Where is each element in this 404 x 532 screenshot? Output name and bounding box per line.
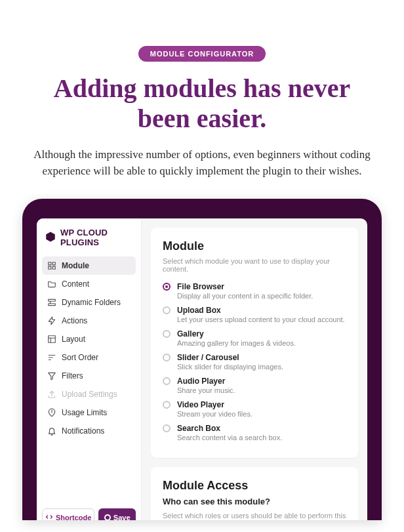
access-card: Module Access Who can see this module? S… [151,467,358,520]
svg-rect-4 [52,266,55,269]
module-option-title: Gallery [177,329,296,338]
sidebar: WP CLOUD PLUGINS ModuleContentDynamic Fo… [37,218,142,520]
module-option-desc: Let your users upload content to your cl… [177,316,345,323]
sidebar-item-dynamic-folders[interactable]: Dynamic Folders [42,293,136,312]
main-pane: Module Select which module you want to u… [142,218,367,520]
bolt-icon [47,316,56,325]
module-option-title: Upload Box [177,306,345,315]
sidebar-item-label: Notifications [62,426,104,436]
module-option-title: Video Player [177,400,253,409]
sidebar-item-label: Filters [62,371,83,380]
radio-icon [163,354,171,361]
svg-rect-2 [52,262,55,265]
sidebar-nav: ModuleContentDynamic FoldersActionsLayou… [42,256,136,503]
dynamic-icon [47,298,56,307]
module-options: File BrowserDisplay all your content in … [163,282,346,441]
svg-rect-6 [49,304,56,306]
save-button[interactable]: Save [98,508,136,520]
sidebar-item-module[interactable]: Module [42,256,136,275]
svg-marker-8 [49,317,54,325]
module-option-gallery[interactable]: GalleryAmazing gallery for images & vide… [163,329,346,347]
radio-icon [163,377,171,385]
svg-rect-3 [49,266,51,269]
brand-text: WP CLOUD PLUGINS [60,228,133,247]
module-option-title: Slider / Carousel [177,353,283,362]
module-option-desc: Search content via a search box. [177,434,282,441]
access-card-subhead: Who can see this module? [163,497,346,506]
page-subtext: Although the impressive number of option… [30,147,374,179]
sidebar-item-notifications[interactable]: Notifications [42,422,136,440]
filter-icon [47,371,56,380]
sidebar-item-upload-settings: Upload Settings [42,385,136,403]
svg-marker-15 [49,373,56,380]
sidebar-item-actions[interactable]: Actions [42,312,136,330]
page-headline: Adding modules has never been easier. [26,73,378,134]
limit-icon [47,408,56,417]
module-option-search-box[interactable]: Search BoxSearch content via a search bo… [163,424,346,441]
shortcode-button[interactable]: Shortcode [42,508,94,520]
save-label: Save [113,514,131,520]
folder-icon [47,279,56,289]
shortcode-label: Shortcode [56,514,91,520]
svg-marker-0 [46,232,55,241]
module-option-upload-box[interactable]: Upload BoxLet your users upload content … [163,306,346,323]
radio-icon [163,401,171,409]
module-card-title: Module [163,239,346,253]
sidebar-footer: Shortcode Save [42,503,136,520]
bell-icon [47,426,56,436]
module-option-desc: Display all your content in a specific f… [177,292,313,300]
app-window: WP CLOUD PLUGINS ModuleContentDynamic Fo… [37,218,367,520]
svg-rect-1 [49,262,51,265]
brand-icon [45,231,56,245]
layout-icon [47,335,56,344]
sidebar-item-usage-limits[interactable]: Usage Limits [42,403,136,422]
module-option-desc: Stream your video files. [177,410,253,418]
brand: WP CLOUD PLUGINS [42,228,136,256]
device-frame: WP CLOUD PLUGINS ModuleContentDynamic Fo… [22,199,382,520]
module-icon [47,261,56,270]
radio-icon [163,306,171,314]
sidebar-item-label: Module [62,261,89,270]
sort-icon [47,353,56,362]
svg-rect-9 [49,336,56,343]
module-option-title: File Browser [177,282,313,291]
module-option-title: Search Box [177,424,282,433]
sidebar-item-sort-order[interactable]: Sort Order [42,348,136,367]
access-card-help: Select which roles or users should be ab… [163,512,346,520]
sidebar-item-label: Actions [62,316,87,325]
sidebar-item-label: Sort Order [62,353,98,362]
module-card: Module Select which module you want to u… [151,228,358,458]
module-option-video-player[interactable]: Video PlayerStream your video files. [163,400,346,418]
pill-label: MODULE CONFIGURATOR [138,46,266,62]
radio-icon [163,424,171,432]
sidebar-item-label: Dynamic Folders [62,298,121,307]
sidebar-item-label: Content [62,279,89,289]
module-option-desc: Share your music. [177,386,235,394]
svg-rect-5 [49,300,56,302]
module-option-audio-player[interactable]: Audio PlayerShare your music. [163,377,346,394]
module-option-desc: Amazing gallery for images & videos. [177,339,296,347]
module-option-file-browser[interactable]: File BrowserDisplay all your content in … [163,282,346,300]
sidebar-item-layout[interactable]: Layout [42,330,136,348]
sidebar-item-label: Layout [62,335,85,344]
upload-icon [47,390,56,399]
radio-icon [163,283,171,291]
module-option-slider-carousel[interactable]: Slider / CarouselSlick slider for displa… [163,353,346,371]
radio-icon [163,330,171,338]
module-option-title: Audio Player [177,377,235,386]
access-card-title: Module Access [163,479,346,493]
module-card-help: Select which module you want to use to d… [163,257,346,273]
code-icon [45,513,53,520]
sidebar-item-label: Usage Limits [62,408,107,417]
save-icon [104,514,111,520]
sidebar-item-label: Upload Settings [62,390,117,399]
module-option-desc: Slick slider for displaying images. [177,363,283,371]
sidebar-item-content[interactable]: Content [42,275,136,293]
sidebar-item-filters[interactable]: Filters [42,367,136,385]
